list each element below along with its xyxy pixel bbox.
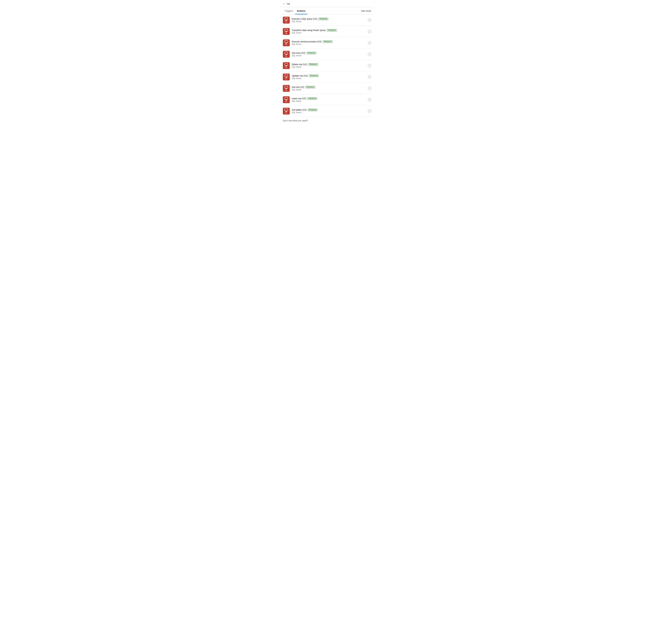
action-info: Insert row (V2) PREMIUM SQL Server [292,97,366,102]
action-info: Execute stored procedure (V2) PREMIUM SQ… [292,40,366,45]
action-title: Execute stored procedure (V2) PREMIUM [292,40,366,43]
list-item[interactable]: SQL Execute stored procedure (V2) PREMIU… [283,37,371,49]
info-button[interactable]: ⓘ [368,75,371,79]
action-info: Get rows (V2) PREMIUM SQL Server [292,52,366,57]
action-subtitle: SQL Server [292,111,366,114]
monitor-shape [284,63,288,66]
premium-badge: PREMIUM [308,63,318,66]
tab-actions[interactable]: Actions [295,7,307,14]
sql-text-label: SQL [285,112,287,114]
monitor-shape [284,97,288,100]
sql-monitor-icon: SQL [284,18,288,23]
sql-monitor-icon: SQL [284,40,288,45]
info-button[interactable]: ⓘ [368,41,371,45]
sql-server-icon: SQL [283,96,290,103]
action-info: Get row (V2) PREMIUM SQL Server [292,86,366,91]
sql-server-icon: SQL [283,28,290,35]
action-title: Get tables (V2) PREMIUM [292,109,366,111]
sql-monitor-icon: SQL [284,52,288,57]
back-button[interactable]: ← sql [283,2,290,5]
sql-text-label: SQL [285,78,287,79]
action-name-text: Delete row (V2) [292,63,307,66]
monitor-shape [284,74,288,77]
see-more-button[interactable]: See more [361,7,371,14]
action-info: Get tables (V2) PREMIUM SQL Server [292,109,366,114]
monitor-shape [284,52,288,54]
action-title: Execute a SQL query (V2) PREMIUM [292,18,366,20]
sql-server-icon: SQL [283,17,290,24]
premium-badge: PREMIUM [307,97,317,100]
sql-text-label: SQL [285,101,287,102]
action-name-text: Update row (V2) [292,74,308,77]
sql-server-icon: SQL [283,85,290,92]
info-button[interactable]: ⓘ [368,98,371,101]
action-name-text: Get tables (V2) [292,109,306,111]
info-button[interactable]: ⓘ [368,30,371,33]
action-subtitle: SQL Server [292,100,366,102]
back-arrow-icon: ← [283,2,286,5]
list-item[interactable]: SQL Update row (V2) PREMIUM SQL Server ⓘ [283,71,371,83]
list-item[interactable]: SQL Insert row (V2) PREMIUM SQL Server ⓘ [283,94,371,106]
action-title: Delete row (V2) PREMIUM [292,63,366,66]
action-name-text: Transform data using Power Query [292,29,326,31]
sql-monitor-icon: SQL [284,74,288,79]
premium-badge: PREMIUM [318,18,328,20]
info-button[interactable]: ⓘ [368,52,371,56]
action-name-text: Get row (V2) [292,86,304,88]
action-subtitle: SQL Server [292,66,366,68]
header: ← sql [280,0,374,7]
premium-badge: PREMIUM [305,86,315,88]
sql-server-icon: SQL [283,51,290,58]
action-subtitle: SQL Server [292,43,366,45]
tab-triggers[interactable]: Triggers [283,7,295,14]
action-title: Get rows (V2) PREMIUM [292,52,366,54]
list-item[interactable]: SQL Get row (V2) PREMIUM SQL Server ⓘ [283,83,371,94]
action-info: Update row (V2) PREMIUM SQL Server [292,74,366,79]
list-item[interactable]: SQL Get tables (V2) PREMIUM SQL Server ⓘ [283,106,371,117]
premium-badge: PREMIUM [327,29,337,31]
monitor-shape [284,40,288,43]
action-subtitle: SQL Server [292,77,366,79]
list-item[interactable]: SQL Delete row (V2) PREMIUM SQL Server ⓘ [283,60,371,71]
action-info: Delete row (V2) PREMIUM SQL Server [292,63,366,68]
tabs-bar: Triggers Actions See more [280,7,374,15]
action-name-text: Execute stored procedure (V2) [292,40,322,43]
premium-badge: PREMIUM [308,109,318,111]
premium-badge: PREMIUM [309,75,319,77]
info-button[interactable]: ⓘ [368,18,371,22]
actions-list: SQL Execute a SQL query (V2) PREMIUM SQL… [280,15,374,117]
sql-monitor-icon: SQL [284,29,288,34]
sql-server-icon: SQL [283,73,290,80]
sql-server-icon: SQL [283,108,290,115]
sql-monitor-icon: SQL [284,63,288,68]
info-button[interactable]: ⓘ [368,109,371,113]
sql-text-label: SQL [285,55,287,57]
monitor-shape [284,86,288,88]
sql-server-icon: SQL [283,62,290,69]
action-subtitle: SQL Server [292,32,366,34]
sql-text-label: SQL [285,21,287,23]
action-name-text: Execute a SQL query (V2) [292,18,317,20]
info-button[interactable]: ⓘ [368,64,371,67]
action-info: Transform data using Power Query PREMIUM… [292,29,366,34]
action-subtitle: SQL Server [292,54,366,57]
list-item[interactable]: SQL Transform data using Power Query PRE… [283,26,371,37]
list-item[interactable]: SQL Get rows (V2) PREMIUM SQL Server ⓘ [283,49,371,60]
sql-text-label: SQL [285,67,287,68]
search-query-text: sql [287,2,290,5]
premium-badge: PREMIUM [323,41,332,43]
premium-badge: PREMIUM [306,52,316,54]
sql-text-label: SQL [285,44,287,45]
monitor-shape [284,109,288,111]
action-subtitle: SQL Server [292,20,366,23]
action-name-text: Get rows (V2) [292,52,305,54]
sql-text-label: SQL [285,89,287,91]
info-button[interactable]: ⓘ [368,87,371,90]
sql-server-icon: SQL [283,40,290,46]
sql-monitor-icon: SQL [284,109,288,114]
monitor-shape [284,29,288,31]
action-name-text: Insert row (V2) [292,97,306,100]
action-subtitle: SQL Server [292,89,366,91]
list-item[interactable]: SQL Execute a SQL query (V2) PREMIUM SQL… [283,15,371,26]
sql-text-label: SQL [285,32,287,34]
